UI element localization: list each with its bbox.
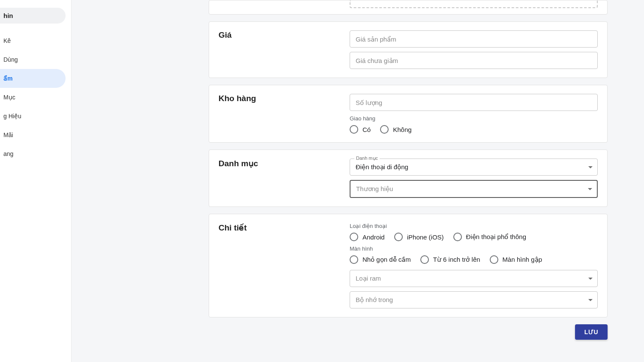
screen-compact[interactable]: Nhỏ gọn dễ cầm [350,255,411,264]
chevron-down-icon [588,166,593,168]
radio-label: iPhone (iOS) [407,233,444,241]
select-placeholder: Bộ nhớ trong [356,296,393,304]
sidebar-item-brands[interactable]: g Hiệu [0,107,66,126]
radio-label: Có [362,126,371,133]
radio-icon [350,125,358,134]
ram-select[interactable]: Loại ram [350,270,598,287]
shipping-radio-yes[interactable]: Có [350,125,371,134]
select-value: Điện thoại di động [356,163,408,171]
upload-dropzone-bottom[interactable] [350,0,598,8]
sidebar-item-promotions[interactable]: Mãi [0,126,66,144]
radio-icon [380,125,389,134]
sidebar-item-orders[interactable]: ang [0,144,66,163]
original-price-input[interactable] [350,52,598,69]
shipping-radio-no[interactable]: Không [380,125,411,134]
radio-icon [350,255,358,264]
phone-type-android[interactable]: Android [350,233,385,241]
save-row: LƯU [209,324,608,340]
category-select[interactable]: Danh mục Điện thoại di động [350,159,598,176]
screen-radio-group: Nhỏ gọn dễ cầm Từ 6 inch trở lên Màn hìn… [350,255,598,264]
category-title: Danh mục [219,159,350,198]
detail-card: Chi tiết Loại điện thoại Android iPhone … [209,214,608,317]
sidebar-item-categories[interactable]: Mục [0,88,66,107]
radio-label: Từ 6 inch trở lên [433,256,480,263]
screen-6inch[interactable]: Từ 6 inch trở lên [420,255,480,264]
screen-foldable[interactable]: Màn hình gập [490,255,542,264]
screen-label: Màn hình [350,245,598,252]
radio-label: Màn hình gập [503,256,542,263]
product-price-input[interactable] [350,30,598,48]
category-card: Danh mục Danh mục Điện thoại di động Thư… [209,150,608,207]
chevron-down-icon [588,299,593,301]
radio-label: Nhỏ gọn dễ cầm [362,256,411,263]
select-placeholder: Thương hiệu [356,185,393,193]
sidebar: hin Kê Dùng ẩm Mục g Hiệu Mãi ang [0,0,72,362]
image-upload-card [209,0,608,15]
radio-icon [490,255,498,264]
select-legend: Danh mục [354,156,380,161]
chevron-down-icon [588,188,592,190]
main-content: Giá Kho hàng Giao hàng Có Không D [209,0,608,340]
phone-type-label: Loại điện thoại [350,223,598,229]
radio-label: Không [393,126,411,133]
radio-icon [394,233,403,241]
inventory-card: Kho hàng Giao hàng Có Không [209,85,608,143]
save-button[interactable]: LƯU [575,324,608,340]
sidebar-item-users[interactable]: Dùng [0,50,66,69]
brand-select[interactable]: Thương hiệu [350,180,598,198]
price-title: Giá [219,30,350,69]
sidebar-item-stats[interactable]: Kê [0,31,66,50]
inventory-title: Kho hàng [219,94,350,134]
storage-select[interactable]: Bộ nhớ trong [350,291,598,308]
shipping-radio-group: Có Không [350,125,598,134]
sidebar-item-products[interactable]: ẩm [0,69,66,88]
sidebar-header: hin [0,8,66,24]
radio-label: Điện thoại phổ thông [466,233,526,241]
quantity-input[interactable] [350,94,598,111]
radio-icon [453,233,462,241]
shipping-label: Giao hàng [350,115,598,122]
phone-type-iphone[interactable]: iPhone (iOS) [394,233,444,241]
detail-title: Chi tiết [219,223,350,308]
select-placeholder: Loại ram [356,275,381,282]
chevron-down-icon [588,278,593,280]
price-card: Giá [209,21,608,78]
radio-icon [350,233,358,241]
radio-label: Android [362,233,385,241]
radio-icon [420,255,429,264]
phone-type-radio-group: Android iPhone (iOS) Điện thoại phổ thôn… [350,233,598,241]
phone-type-basic[interactable]: Điện thoại phổ thông [453,233,526,241]
